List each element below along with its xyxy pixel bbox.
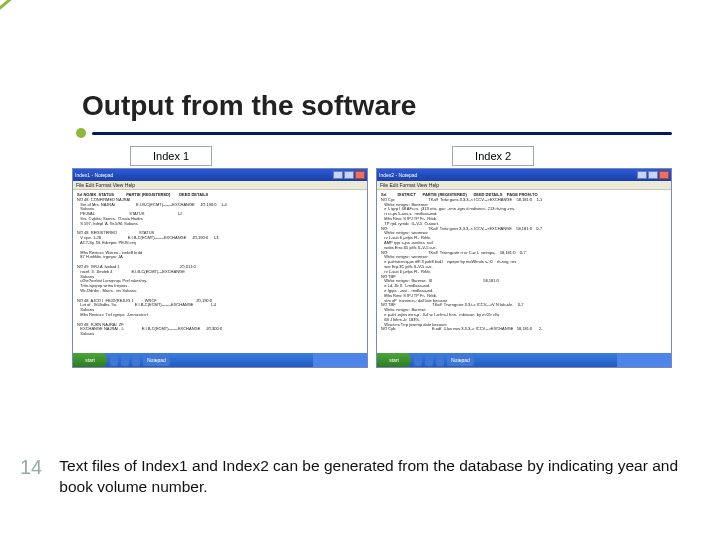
taskbar: start Notepad bbox=[73, 353, 367, 367]
content-body: NO Cyc TKaff Trdw guns 3,3.3,-< ICCV,-->… bbox=[381, 197, 543, 332]
task-item bbox=[110, 355, 118, 366]
task-item: Notepad bbox=[143, 355, 170, 366]
window-titlebar: Index1 - Notepad bbox=[73, 169, 367, 181]
caption-text: Text files of Index1 and Index2 can be g… bbox=[59, 456, 680, 498]
start-button: start bbox=[377, 353, 411, 367]
window-title: Index2 - Notepad bbox=[379, 172, 417, 178]
minimize-icon bbox=[637, 171, 647, 179]
close-icon bbox=[659, 171, 669, 179]
page-number: 14 bbox=[20, 456, 47, 479]
notepad-content: Srl NO/BK STATUS PARTIE (REGISTERED) DEE… bbox=[73, 190, 367, 353]
task-item bbox=[425, 355, 433, 366]
notepad-content: Srl DISTRICT PARTIE (REGISTERED) DEED DE… bbox=[377, 190, 671, 353]
menubar: File Edit Format View Help bbox=[73, 181, 367, 190]
window-titlebar: Index2 - Notepad bbox=[377, 169, 671, 181]
minimize-icon bbox=[333, 171, 343, 179]
slide: Output from the software Index 1 Index 2… bbox=[0, 0, 720, 368]
label-index1: Index 1 bbox=[130, 146, 212, 166]
screenshot-index1: Index1 - Notepad File Edit Format View H… bbox=[72, 168, 368, 368]
task-item bbox=[132, 355, 140, 366]
menubar: File Edit Format View Help bbox=[377, 181, 671, 190]
task-item bbox=[436, 355, 444, 366]
label-index2: Index 2 bbox=[452, 146, 534, 166]
task-item bbox=[414, 355, 422, 366]
task-item bbox=[121, 355, 129, 366]
window-buttons bbox=[637, 171, 669, 179]
task-item: Notepad bbox=[447, 355, 474, 366]
horizontal-rule bbox=[92, 132, 672, 135]
footer: 14 Text files of Index1 and Index2 can b… bbox=[0, 456, 720, 498]
screenshots-row: Index1 - Notepad File Edit Format View H… bbox=[72, 168, 672, 368]
window-buttons bbox=[333, 171, 365, 179]
system-tray bbox=[313, 353, 367, 367]
start-button: start bbox=[73, 353, 107, 367]
close-icon bbox=[355, 171, 365, 179]
maximize-icon bbox=[344, 171, 354, 179]
bullet-dot-icon bbox=[76, 128, 86, 138]
screenshot-labels: Index 1 Index 2 bbox=[130, 146, 672, 166]
slide-title: Output from the software bbox=[82, 90, 672, 122]
system-tray bbox=[617, 353, 671, 367]
taskbar: start Notepad bbox=[377, 353, 671, 367]
title-rule bbox=[76, 128, 672, 138]
window-title: Index1 - Notepad bbox=[75, 172, 113, 178]
content-body: NO 48 CONFIRMED NAJRAI Set of Mrs. NAJRA… bbox=[77, 197, 227, 336]
screenshot-index2: Index2 - Notepad File Edit Format View H… bbox=[376, 168, 672, 368]
maximize-icon bbox=[648, 171, 658, 179]
